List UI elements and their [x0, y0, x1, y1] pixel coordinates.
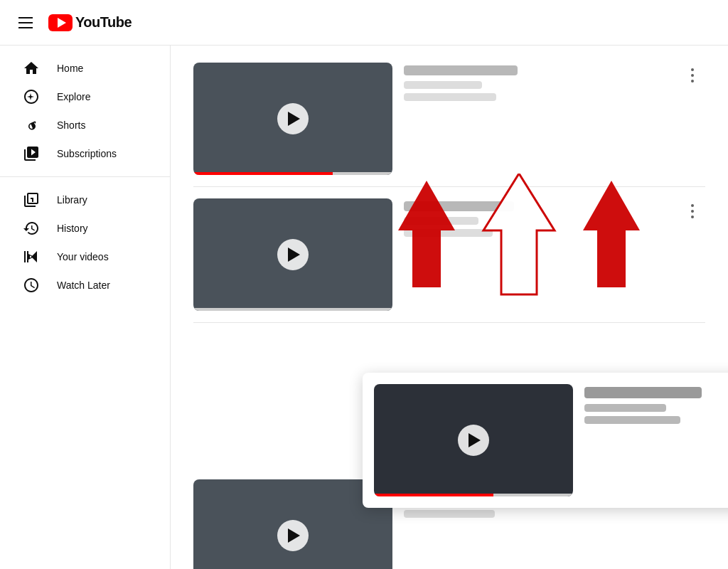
thumbnail-2[interactable]	[193, 198, 392, 311]
sidebar-label-home: Home	[57, 63, 83, 74]
skeleton-sub1-2	[404, 217, 478, 225]
skeleton-title-2	[404, 201, 514, 211]
skeleton-sub2-3	[584, 416, 680, 424]
layout: Home Explore Shorts	[0, 46, 728, 569]
home-icon	[23, 60, 40, 77]
skeleton-sub2-1	[404, 93, 496, 101]
sidebar-label-shorts: Shorts	[57, 119, 85, 131]
play-button-1[interactable]	[277, 103, 309, 134]
more-button-1[interactable]	[680, 63, 705, 88]
more-button-2[interactable]	[680, 198, 705, 224]
library-icon	[23, 191, 40, 208]
video-info-3	[584, 384, 728, 428]
header: YouTube	[0, 0, 728, 46]
sidebar-item-watch-later[interactable]: Watch Later	[6, 271, 164, 299]
logo[interactable]: YouTube	[48, 14, 132, 31]
progress-container-2	[193, 308, 392, 311]
sidebar-item-history[interactable]: History	[6, 214, 164, 243]
main-content	[171, 46, 728, 569]
video-item-2	[193, 198, 705, 323]
sidebar-item-home[interactable]: Home	[6, 54, 164, 83]
progress-bar-1	[193, 172, 333, 175]
watch-later-icon	[23, 277, 40, 294]
sidebar-item-library[interactable]: Library	[6, 186, 164, 214]
sidebar-item-shorts[interactable]: Shorts	[6, 111, 164, 139]
progress-container-3	[374, 494, 573, 496]
explore-icon	[23, 88, 40, 105]
sidebar-item-subscriptions[interactable]: Subscriptions	[6, 139, 164, 168]
skeleton-title-3	[584, 387, 702, 398]
video-info-2	[404, 198, 668, 241]
sidebar: Home Explore Shorts	[0, 46, 171, 569]
subscriptions-icon	[23, 145, 40, 162]
sidebar-label-your-videos: Your videos	[57, 251, 109, 262]
highlighted-card	[363, 373, 728, 508]
skeleton-sub1-1	[404, 81, 482, 89]
sidebar-label-history: History	[57, 223, 88, 234]
progress-bar-3	[374, 494, 493, 496]
play-button-2[interactable]	[277, 239, 309, 270]
sidebar-label-watch-later: Watch Later	[57, 280, 110, 291]
sidebar-label-subscriptions: Subscriptions	[57, 148, 117, 159]
sidebar-label-library: Library	[57, 194, 87, 206]
logo-text: YouTube	[75, 14, 132, 31]
play-icon-2	[288, 248, 300, 262]
play-icon-3	[469, 433, 481, 447]
play-icon-1	[288, 112, 300, 126]
play-icon-4	[288, 528, 300, 543]
progress-container-1	[193, 172, 392, 175]
menu-button[interactable]	[11, 9, 40, 37]
play-button-4[interactable]	[277, 520, 309, 551]
history-icon	[23, 220, 40, 237]
shorts-icon	[23, 117, 40, 134]
sidebar-item-your-videos[interactable]: Your videos	[6, 243, 164, 271]
skeleton-sub2-4	[404, 510, 495, 518]
skeleton-title-1	[404, 65, 518, 75]
video-item-1	[193, 63, 705, 187]
video-info-1	[404, 63, 668, 105]
youtube-icon	[48, 14, 73, 31]
play-button-3[interactable]	[458, 425, 489, 456]
your-videos-icon	[23, 248, 40, 265]
sidebar-label-explore: Explore	[57, 91, 90, 102]
sidebar-divider-1	[0, 176, 170, 177]
skeleton-sub1-3	[584, 404, 666, 412]
sidebar-item-explore[interactable]: Explore	[6, 83, 164, 111]
thumbnail-3[interactable]	[374, 384, 573, 496]
youtube-play-icon	[58, 18, 66, 28]
skeleton-sub2-2	[404, 229, 493, 237]
thumbnail-1[interactable]	[193, 63, 392, 175]
